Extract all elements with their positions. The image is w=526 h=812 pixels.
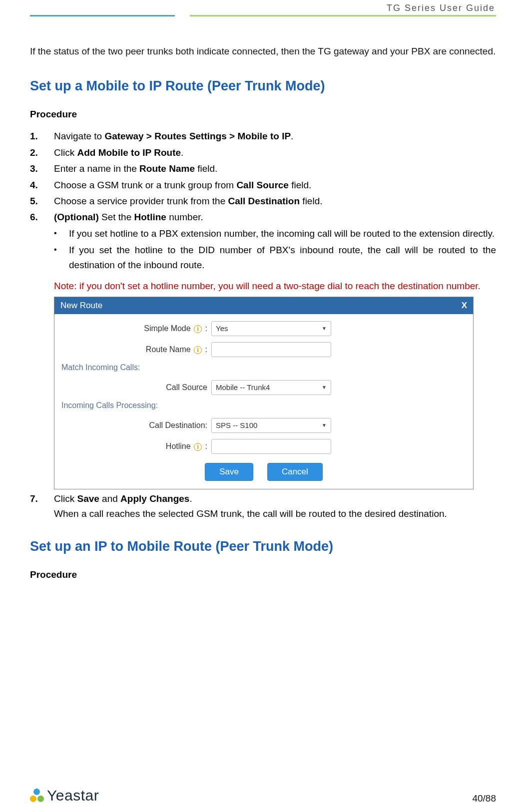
dialog-title: New Route: [60, 301, 102, 311]
step-6: (Optional) Set the Hotline number.: [30, 210, 496, 225]
call-destination-select[interactable]: SPS -- S100 ▼: [211, 418, 331, 433]
section1-title: Set up a Mobile to IP Route (Peer Trunk …: [30, 78, 496, 94]
call-source-label: Call Source: [61, 383, 211, 392]
new-route-dialog: New Route X Simple Mode i : Yes ▼ Ro: [54, 297, 474, 489]
page-number: 40/88: [472, 793, 496, 804]
match-incoming-section: Match Incoming Calls:: [61, 363, 466, 372]
chevron-down-icon: ▼: [322, 385, 327, 390]
brand-name: Yeastar: [47, 787, 99, 804]
info-icon[interactable]: i: [194, 346, 202, 354]
hotline-bullets: If you set hotline to a PBX extension nu…: [30, 226, 496, 272]
step-5: Choose a service provider trunk from the…: [30, 194, 496, 209]
bullet-1: If you set hotline to a PBX extension nu…: [30, 226, 496, 241]
simple-mode-select[interactable]: Yes ▼: [211, 321, 331, 336]
step-4: Choose a GSM trunk or a trunk group from…: [30, 178, 496, 193]
hotline-input[interactable]: [211, 439, 331, 454]
chevron-down-icon: ▼: [322, 326, 327, 331]
route-name-input[interactable]: [211, 342, 331, 357]
section2-subtitle: Procedure: [30, 569, 496, 580]
procedure-list-1b: Click Save and Apply Changes. When a cal…: [30, 491, 496, 521]
route-name-label: Route Name i :: [61, 345, 211, 354]
incoming-processing-section: Incoming Calls Processing:: [61, 401, 466, 410]
dialog-titlebar: New Route X: [54, 297, 473, 314]
step-2: Click Add Mobile to IP Route.: [30, 145, 496, 160]
close-icon[interactable]: X: [462, 301, 467, 311]
step-3: Enter a name in the Route Name field.: [30, 161, 496, 176]
info-icon[interactable]: i: [194, 443, 202, 451]
call-source-select[interactable]: Mobile -- Trunk4 ▼: [211, 380, 331, 395]
section1-subtitle: Procedure: [30, 109, 496, 120]
save-button[interactable]: Save: [205, 463, 253, 481]
call-destination-label: Call Destination:: [61, 421, 211, 430]
header-rule: [30, 15, 496, 16]
info-icon[interactable]: i: [194, 325, 202, 333]
step-7-desc: When a call reaches the selected GSM tru…: [54, 506, 496, 521]
note-text: Note: if you don't set a hotline number,…: [54, 279, 496, 294]
doc-header-title: TG Series User Guide: [387, 3, 495, 13]
section2-title: Set up an IP to Mobile Route (Peer Trunk…: [30, 539, 496, 554]
step-1: Navigate to Gateway > Routes Settings > …: [30, 129, 496, 144]
step-7: Click Save and Apply Changes. When a cal…: [30, 491, 496, 521]
logo-icon: [30, 789, 44, 803]
chevron-down-icon: ▼: [322, 422, 327, 428]
simple-mode-label: Simple Mode i :: [61, 324, 211, 333]
brand-logo: Yeastar: [30, 787, 99, 804]
procedure-list-1: Navigate to Gateway > Routes Settings > …: [30, 129, 496, 225]
hotline-label: Hotline i :: [61, 442, 211, 451]
cancel-button[interactable]: Cancel: [267, 463, 323, 481]
bullet-2: If you set the hotline to the DID number…: [30, 243, 496, 272]
intro-paragraph: If the status of the two peer trunks bot…: [30, 44, 496, 58]
